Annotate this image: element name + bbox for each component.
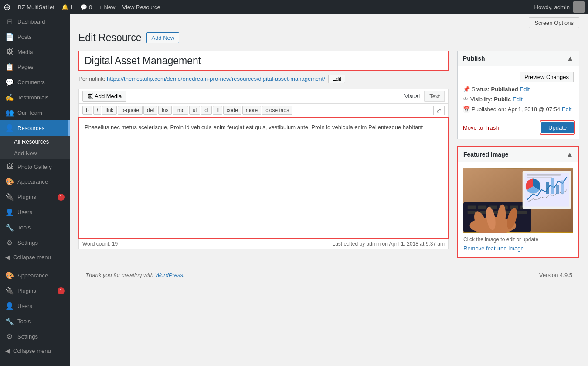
sidebar-item-plugins2[interactable]: 🔌 Plugins 1 [0,283,70,298]
visibility-label: Visibility: [470,96,492,103]
publish-panel-toggle[interactable]: ▲ [567,55,574,62]
published-on-edit-link[interactable]: Edit [562,106,571,113]
appearance2-icon: 🎨 [5,271,14,280]
sidebar-item-tools[interactable]: 🔧 Tools [0,220,70,235]
word-count-bar: Word count: 19 Last edited by admin on A… [78,239,449,249]
fullscreen-button[interactable]: ⤢ [433,106,445,115]
comment-count[interactable]: 💬 0 [80,4,92,10]
editor-layout: Permalink: https://themestulip.com/demo/… [78,51,579,265]
sidebar-item-label: Photo Gallery [17,164,52,170]
remove-featured-image-link[interactable]: Remove featured image [463,245,573,252]
tools-icon: 🔧 [5,223,14,232]
status-edit-link[interactable]: Edit [520,86,530,92]
sidebar-item-label: Media [17,49,33,55]
title-wrap [78,51,449,71]
submenu-item-add-new[interactable]: Add New [0,147,70,159]
settings2-icon: ⚙ [5,332,14,341]
published-on-row: 📅 Published on: Apr 1, 2018 @ 07:54 Edit [463,106,574,113]
add-media-button[interactable]: 🖼 Add Media [82,91,126,102]
permalink-label: Permalink: [78,75,105,82]
sidebar-item-settings2[interactable]: ⚙ Settings [0,329,70,344]
format-ol[interactable]: ol [201,106,212,115]
format-bar: b i link b-quote del ins img ul ol li co… [79,104,448,117]
sidebar-item-posts[interactable]: 📄 Posts [0,29,70,44]
site-name[interactable]: BZ MultiSatilet [18,4,54,10]
permalink-url[interactable]: https://themestulip.com/demo/onedream-pr… [107,75,325,82]
screen-options-button[interactable]: Screen Options [529,17,579,28]
svg-rect-2 [468,206,476,209]
notification-icon[interactable]: 🔔 1 [61,4,73,10]
format-li[interactable]: li [213,106,222,115]
last-edited: Last edited by admin on April 1, 2018 at… [332,241,445,247]
content-editor[interactable]: Phasellus nec metus scelerisque, Proin i… [78,117,449,239]
collapse-menu-button2[interactable]: ◀ Collapse menu [0,344,70,358]
sidebar-item-resources[interactable]: 👤 Resources [0,120,70,136]
sidebar-item-users2[interactable]: 👤 Users [0,298,70,314]
status-row: 📌 Status: Published Edit [463,86,574,92]
format-bold[interactable]: b [82,106,92,115]
sidebar-item-plugins[interactable]: 🔌 Plugins 1 [0,189,70,205]
sidebar-item-photo-gallery[interactable]: 🖼 Photo Gallery [0,159,70,174]
wordpress-link[interactable]: WordPress. [155,272,185,278]
sidebar-item-dashboard[interactable]: ⊞ Dashboard [0,14,70,29]
post-title-input[interactable] [79,51,448,70]
svg-rect-25 [527,174,561,176]
preview-changes-button[interactable]: Preview Changes [520,72,574,82]
visibility-icon: 👁 [463,96,469,103]
sidebar-item-label: Tools [17,318,31,325]
footer-version: Version 4.9.5 [539,272,572,278]
sidebar-item-pages[interactable]: 📋 Pages [0,59,70,75]
submenu-item-all-resources[interactable]: All Resources [0,136,70,147]
sidebar-item-label: Comments [17,79,45,86]
sidebar-item-label: Dashboard [17,18,45,25]
sidebar-item-tools2[interactable]: 🔧 Tools [0,314,70,329]
sidebar-item-ourteam[interactable]: 👥 Our Team [0,105,70,120]
photo-gallery-icon: 🖼 [5,163,14,171]
sidebar-item-appearance2[interactable]: 🎨 Appearance [0,268,70,283]
permalink-edit-button[interactable]: Edit [328,75,345,83]
format-ins[interactable]: ins [158,106,172,115]
screen-options-bar: Screen Options [78,14,579,32]
format-code[interactable]: code [223,106,241,115]
collapse-menu-button[interactable]: ◀ Collapse menu [0,250,70,264]
wp-logo[interactable]: ⊕ [3,2,11,12]
sidebar-item-users[interactable]: 👤 Users [0,205,70,220]
update-button[interactable]: Update [541,122,574,133]
sidebar-item-label: Testimonials [17,94,49,101]
editor-main: Permalink: https://themestulip.com/demo/… [78,51,449,249]
appearance-icon: 🎨 [5,178,14,186]
editor-sidebar: Publish ▲ Preview Changes 📌 Status: Publ… [457,51,579,265]
new-post-button[interactable]: + New [99,4,115,10]
add-new-button[interactable]: Add New [146,32,179,43]
format-ul[interactable]: ul [189,106,200,115]
collapse2-label: Collapse menu [13,348,51,354]
sidebar-item-appearance[interactable]: 🎨 Appearance [0,174,70,189]
format-close-tags[interactable]: close tags [262,106,292,115]
format-b-quote[interactable]: b-quote [118,106,143,115]
format-img[interactable]: img [173,106,188,115]
move-to-trash-link[interactable]: Move to Trash [463,124,499,131]
publish-title: Publish [463,55,485,62]
wp-footer: Thank you for creating with WordPress. V… [78,265,579,285]
sidebar-item-comments[interactable]: 💬 Comments [0,75,70,90]
posts-icon: 📄 [5,33,14,41]
view-resource-link[interactable]: View Resource [122,4,160,10]
format-link[interactable]: link [102,106,117,115]
featured-image-panel-toggle[interactable]: ▲ [566,151,573,158]
svg-rect-26 [527,177,552,178]
resources-icon: 👤 [5,124,14,132]
sidebar-item-testimonials[interactable]: ✍ Testimonials [0,90,70,105]
published-on-label: Published on: [472,106,506,113]
tools2-icon: 🔧 [5,317,14,325]
sidebar-item-media[interactable]: 🖼 Media [0,44,70,59]
visibility-edit-link[interactable]: Edit [513,96,522,103]
admin-bar: ⊕ BZ MultiSatilet 🔔 1 💬 0 + New View Res… [0,0,588,14]
format-del[interactable]: del [143,106,157,115]
featured-image[interactable] [463,168,573,233]
visual-tab[interactable]: Visual [400,91,425,102]
format-more[interactable]: more [242,106,261,115]
publish-panel: Publish ▲ Preview Changes 📌 Status: Publ… [457,51,579,139]
format-italic[interactable]: i [93,106,102,115]
sidebar-item-settings[interactable]: ⚙ Settings [0,235,70,250]
text-tab[interactable]: Text [425,91,445,102]
